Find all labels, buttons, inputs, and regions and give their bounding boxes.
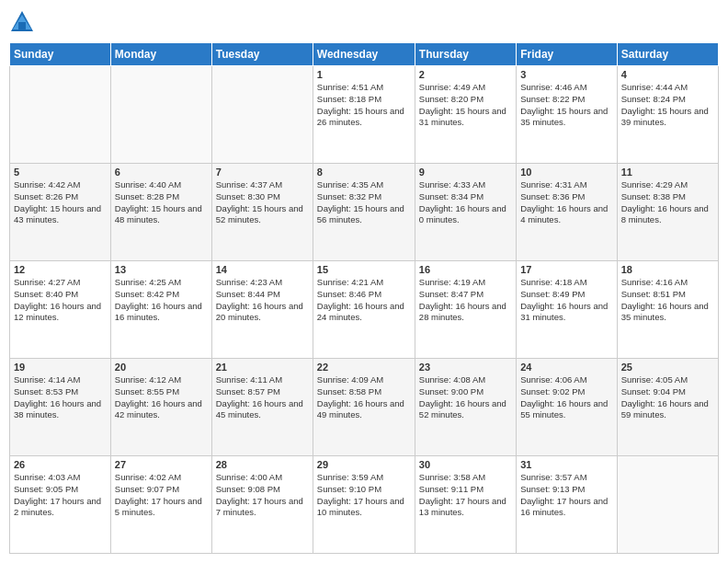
calendar-body: 1Sunrise: 4:51 AM Sunset: 8:18 PM Daylig… bbox=[10, 66, 719, 554]
calendar-cell: 8Sunrise: 4:35 AM Sunset: 8:32 PM Daylig… bbox=[313, 164, 415, 261]
calendar-row: 12Sunrise: 4:27 AM Sunset: 8:40 PM Dayli… bbox=[10, 261, 719, 359]
header bbox=[9, 9, 719, 35]
calendar-cell: 22Sunrise: 4:09 AM Sunset: 8:58 PM Dayli… bbox=[313, 359, 415, 456]
day-number: 30 bbox=[419, 459, 512, 470]
day-number: 17 bbox=[520, 264, 612, 275]
day-number: 7 bbox=[216, 167, 309, 178]
logo bbox=[9, 9, 39, 35]
day-content: Sunrise: 4:33 AM Sunset: 8:34 PM Dayligh… bbox=[419, 179, 512, 226]
day-number: 22 bbox=[317, 362, 411, 373]
day-number: 29 bbox=[317, 459, 411, 470]
calendar-cell: 28Sunrise: 4:00 AM Sunset: 9:08 PM Dayli… bbox=[211, 456, 313, 554]
calendar-cell bbox=[211, 66, 313, 164]
day-number: 13 bbox=[115, 264, 208, 275]
day-content: Sunrise: 4:16 AM Sunset: 8:51 PM Dayligh… bbox=[621, 277, 714, 324]
calendar-cell: 19Sunrise: 4:14 AM Sunset: 8:53 PM Dayli… bbox=[10, 359, 111, 456]
day-content: Sunrise: 4:02 AM Sunset: 9:07 PM Dayligh… bbox=[115, 472, 208, 519]
calendar-cell: 15Sunrise: 4:21 AM Sunset: 8:46 PM Dayli… bbox=[313, 261, 415, 359]
day-content: Sunrise: 4:23 AM Sunset: 8:44 PM Dayligh… bbox=[216, 277, 309, 324]
day-content: Sunrise: 3:59 AM Sunset: 9:10 PM Dayligh… bbox=[317, 472, 411, 519]
day-content: Sunrise: 4:09 AM Sunset: 8:58 PM Dayligh… bbox=[317, 374, 411, 421]
column-header-sunday: Sunday bbox=[10, 43, 111, 66]
day-content: Sunrise: 4:06 AM Sunset: 9:02 PM Dayligh… bbox=[520, 374, 612, 421]
column-header-wednesday: Wednesday bbox=[313, 43, 415, 66]
day-content: Sunrise: 4:18 AM Sunset: 8:49 PM Dayligh… bbox=[520, 277, 612, 324]
day-content: Sunrise: 4:00 AM Sunset: 9:08 PM Dayligh… bbox=[216, 472, 309, 519]
day-content: Sunrise: 4:31 AM Sunset: 8:36 PM Dayligh… bbox=[520, 179, 612, 226]
day-content: Sunrise: 4:40 AM Sunset: 8:28 PM Dayligh… bbox=[115, 179, 208, 226]
day-content: Sunrise: 4:19 AM Sunset: 8:47 PM Dayligh… bbox=[419, 277, 512, 324]
calendar-cell: 27Sunrise: 4:02 AM Sunset: 9:07 PM Dayli… bbox=[110, 456, 211, 554]
day-number: 10 bbox=[520, 167, 612, 178]
day-number: 16 bbox=[419, 264, 512, 275]
svg-rect-2 bbox=[18, 22, 26, 29]
calendar-cell: 11Sunrise: 4:29 AM Sunset: 8:38 PM Dayli… bbox=[617, 164, 718, 261]
day-content: Sunrise: 4:42 AM Sunset: 8:26 PM Dayligh… bbox=[14, 179, 107, 226]
day-number: 15 bbox=[317, 264, 411, 275]
day-number: 8 bbox=[317, 167, 411, 178]
calendar-cell: 26Sunrise: 4:03 AM Sunset: 9:05 PM Dayli… bbox=[10, 456, 111, 554]
calendar-cell: 6Sunrise: 4:40 AM Sunset: 8:28 PM Daylig… bbox=[110, 164, 211, 261]
day-number: 28 bbox=[216, 459, 309, 470]
day-number: 19 bbox=[14, 362, 107, 373]
column-header-saturday: Saturday bbox=[617, 43, 718, 66]
day-content: Sunrise: 4:29 AM Sunset: 8:38 PM Dayligh… bbox=[621, 179, 714, 226]
day-content: Sunrise: 4:05 AM Sunset: 9:04 PM Dayligh… bbox=[621, 374, 714, 421]
day-content: Sunrise: 4:37 AM Sunset: 8:30 PM Dayligh… bbox=[216, 179, 309, 226]
calendar-cell: 14Sunrise: 4:23 AM Sunset: 8:44 PM Dayli… bbox=[211, 261, 313, 359]
day-content: Sunrise: 3:58 AM Sunset: 9:11 PM Dayligh… bbox=[419, 472, 512, 519]
calendar-cell: 10Sunrise: 4:31 AM Sunset: 8:36 PM Dayli… bbox=[517, 164, 617, 261]
calendar-cell: 9Sunrise: 4:33 AM Sunset: 8:34 PM Daylig… bbox=[415, 164, 516, 261]
day-content: Sunrise: 4:51 AM Sunset: 8:18 PM Dayligh… bbox=[317, 82, 411, 129]
column-header-monday: Monday bbox=[110, 43, 211, 66]
calendar-cell bbox=[110, 66, 211, 164]
day-number: 4 bbox=[621, 69, 714, 80]
day-number: 6 bbox=[115, 167, 208, 178]
calendar-cell: 13Sunrise: 4:25 AM Sunset: 8:42 PM Dayli… bbox=[110, 261, 211, 359]
calendar-row: 1Sunrise: 4:51 AM Sunset: 8:18 PM Daylig… bbox=[10, 66, 719, 164]
calendar-cell bbox=[617, 456, 718, 554]
calendar-cell: 1Sunrise: 4:51 AM Sunset: 8:18 PM Daylig… bbox=[313, 66, 415, 164]
day-number: 20 bbox=[115, 362, 208, 373]
calendar-row: 26Sunrise: 4:03 AM Sunset: 9:05 PM Dayli… bbox=[10, 456, 719, 554]
day-number: 21 bbox=[216, 362, 309, 373]
calendar: SundayMondayTuesdayWednesdayThursdayFrid… bbox=[9, 42, 719, 554]
day-number: 9 bbox=[419, 167, 512, 178]
calendar-cell: 31Sunrise: 3:57 AM Sunset: 9:13 PM Dayli… bbox=[517, 456, 617, 554]
day-number: 14 bbox=[216, 264, 309, 275]
day-number: 23 bbox=[419, 362, 512, 373]
day-content: Sunrise: 4:46 AM Sunset: 8:22 PM Dayligh… bbox=[520, 82, 612, 129]
day-number: 25 bbox=[621, 362, 714, 373]
day-content: Sunrise: 4:44 AM Sunset: 8:24 PM Dayligh… bbox=[621, 82, 714, 129]
day-content: Sunrise: 3:57 AM Sunset: 9:13 PM Dayligh… bbox=[520, 472, 612, 519]
day-content: Sunrise: 4:08 AM Sunset: 9:00 PM Dayligh… bbox=[419, 374, 512, 421]
calendar-cell: 23Sunrise: 4:08 AM Sunset: 9:00 PM Dayli… bbox=[415, 359, 516, 456]
calendar-cell: 17Sunrise: 4:18 AM Sunset: 8:49 PM Dayli… bbox=[517, 261, 617, 359]
day-number: 3 bbox=[520, 69, 612, 80]
day-content: Sunrise: 4:21 AM Sunset: 8:46 PM Dayligh… bbox=[317, 277, 411, 324]
day-number: 26 bbox=[14, 459, 107, 470]
day-content: Sunrise: 4:25 AM Sunset: 8:42 PM Dayligh… bbox=[115, 277, 208, 324]
day-number: 11 bbox=[621, 167, 714, 178]
day-number: 1 bbox=[317, 69, 411, 80]
calendar-cell: 20Sunrise: 4:12 AM Sunset: 8:55 PM Dayli… bbox=[110, 359, 211, 456]
calendar-cell bbox=[10, 66, 111, 164]
day-number: 2 bbox=[419, 69, 512, 80]
day-number: 31 bbox=[520, 459, 612, 470]
column-header-friday: Friday bbox=[517, 43, 617, 66]
calendar-cell: 7Sunrise: 4:37 AM Sunset: 8:30 PM Daylig… bbox=[211, 164, 313, 261]
header-row: SundayMondayTuesdayWednesdayThursdayFrid… bbox=[10, 43, 719, 66]
day-content: Sunrise: 4:27 AM Sunset: 8:40 PM Dayligh… bbox=[14, 277, 107, 324]
calendar-cell: 3Sunrise: 4:46 AM Sunset: 8:22 PM Daylig… bbox=[517, 66, 617, 164]
day-number: 18 bbox=[621, 264, 714, 275]
calendar-header: SundayMondayTuesdayWednesdayThursdayFrid… bbox=[10, 43, 719, 66]
calendar-cell: 5Sunrise: 4:42 AM Sunset: 8:26 PM Daylig… bbox=[10, 164, 111, 261]
calendar-cell: 4Sunrise: 4:44 AM Sunset: 8:24 PM Daylig… bbox=[617, 66, 718, 164]
day-content: Sunrise: 4:49 AM Sunset: 8:20 PM Dayligh… bbox=[419, 82, 512, 129]
day-number: 24 bbox=[520, 362, 612, 373]
calendar-cell: 16Sunrise: 4:19 AM Sunset: 8:47 PM Dayli… bbox=[415, 261, 516, 359]
calendar-cell: 12Sunrise: 4:27 AM Sunset: 8:40 PM Dayli… bbox=[10, 261, 111, 359]
logo-icon bbox=[9, 9, 35, 35]
calendar-cell: 2Sunrise: 4:49 AM Sunset: 8:20 PM Daylig… bbox=[415, 66, 516, 164]
day-number: 27 bbox=[115, 459, 208, 470]
